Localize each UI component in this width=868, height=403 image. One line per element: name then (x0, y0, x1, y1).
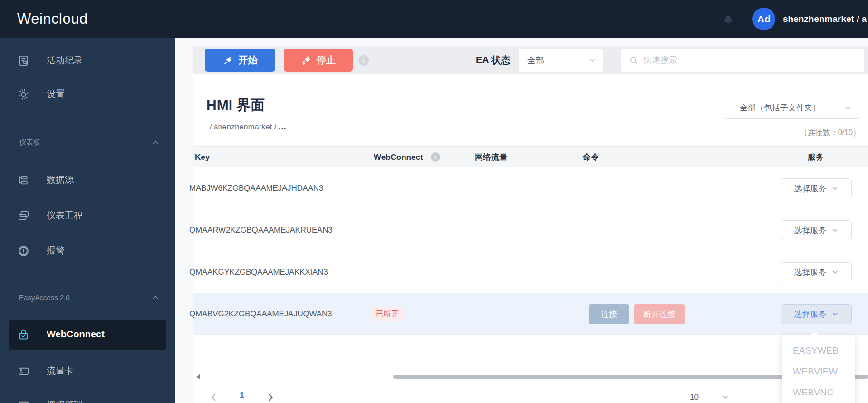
folder-filter-value: 全部（包括子文件夹） (740, 102, 820, 113)
search-input[interactable] (643, 55, 852, 65)
sidebar-item-activity-log[interactable]: 活动纪录 (0, 49, 175, 71)
chevron-down-icon (831, 268, 839, 276)
section-label: EasyAccess 2.0 (19, 294, 70, 302)
toolbar-info-icon[interactable]: i (358, 55, 369, 66)
table-row: QMAARW2KZGBQAAAMEJAKRUEAN3 选择服务 (193, 209, 868, 251)
topbar: Weincloud Ad shenzhenmarket / a (0, 0, 868, 38)
page-title: HMI 界面 (206, 96, 265, 115)
column-webconnect: WebConnect (374, 147, 423, 168)
chevron-down-icon (844, 104, 852, 112)
sidebar-item-data-card[interactable]: 流量卡 (0, 360, 175, 382)
weincloud-app: Weincloud Ad shenzhenmarket / a 活动纪录 (0, 0, 868, 403)
ea-status-value: 全部 (527, 55, 544, 66)
chevron-up-icon[interactable] (151, 293, 160, 302)
select-service-button[interactable]: 选择服务 (781, 220, 852, 240)
sidebar-item-settings[interactable]: 设置 (0, 83, 175, 105)
hmi-key: QMAAKGYKZGBQAAAMEJAKKXIAN3 (193, 251, 328, 293)
chevron-down-icon (831, 185, 839, 192)
menu-item-easyweb[interactable]: EASYWEB (793, 343, 839, 359)
alarm-icon (17, 245, 30, 257)
disconnect-button[interactable]: 断开连接 (634, 304, 685, 324)
service-dropdown-menu: EASYWEB WEBVIEW WEBVNC (782, 335, 855, 403)
search-icon (629, 56, 638, 65)
notification-bell-icon[interactable] (722, 12, 735, 26)
pagination-next-icon[interactable] (265, 392, 276, 403)
sidebar-item-dashboard-project[interactable]: 仪表工程 (0, 205, 175, 226)
clipboard-search-icon (17, 54, 30, 67)
page-size-value: 10 (690, 393, 699, 402)
gear-icon (17, 88, 30, 101)
sidebar-item-label: 仪表工程 (47, 209, 83, 222)
folder-filter-select[interactable]: 全部（包括子文件夹） (724, 97, 860, 119)
select-service-button-open[interactable]: 选择服务 (781, 304, 852, 324)
datasource-tree-icon (17, 174, 30, 187)
select-service-label: 选择服务 (794, 183, 827, 194)
page-size-select[interactable]: 10 (681, 388, 736, 403)
start-button-label: 开始 (239, 54, 258, 67)
sidebar-item-label: 活动纪录 (47, 54, 83, 67)
pagination-prev-icon[interactable] (208, 392, 220, 403)
chevron-up-icon[interactable] (151, 138, 160, 147)
chevron-down-icon (588, 56, 597, 65)
column-network-traffic: 网络流量 (475, 147, 507, 168)
breadcrumb: / shenzhenmarket / ... (210, 122, 287, 131)
sidebar-section-dashboard[interactable]: 仪表板 (19, 136, 156, 149)
status-badge-disconnected: 已断开 (371, 307, 404, 321)
select-service-button[interactable]: 选择服务 (781, 178, 852, 198)
table-row: QMAAKGYKZGBQAAAMEJAKKXIAN3 选择服务 (193, 251, 868, 293)
sidebar-item-datasource[interactable]: 数据源 (0, 169, 175, 191)
table-bottom-border (193, 335, 868, 335)
menu-item-webvnc[interactable]: WEBVNC (793, 384, 833, 401)
sidebar-item-alarm[interactable]: 报警 (0, 240, 175, 262)
pagination-page-1[interactable]: 1 (236, 391, 248, 401)
menu-item-webview[interactable]: WEBVIEW (793, 364, 838, 380)
weincloud-logo: Weincloud (17, 0, 88, 38)
chevron-down-icon (831, 226, 839, 234)
user-avatar[interactable]: Ad (752, 8, 775, 30)
data-card-icon (17, 365, 30, 378)
sidebar: 活动纪录 设置 仪表板 (0, 38, 175, 403)
start-button[interactable]: 开始 (205, 49, 275, 72)
sidebar-item-label: 设置 (47, 88, 65, 100)
ea-status-label: EA 状态 (476, 46, 511, 74)
content-panel: 开始 停止 i EA 状态 全部 (193, 46, 868, 403)
sidebar-item-label: 授权管理 (47, 399, 83, 403)
table-header: Key WebConnect i 网络流量 命令 服务 (193, 146, 868, 167)
plug-disconnect-icon (301, 55, 311, 66)
connection-count: （连接数：0/10） (800, 128, 860, 138)
column-service: 服务 (808, 147, 824, 168)
ea-status-select[interactable]: 全部 (519, 49, 603, 72)
hmi-key: QMAARW2KZGBQAAAMEJAKRUEAN3 (193, 209, 333, 251)
plug-connect-icon (223, 55, 233, 66)
section-label: 仪表板 (19, 138, 40, 147)
sidebar-divider (19, 275, 156, 275)
quick-search (621, 49, 864, 72)
hmi-key: MABJW6KZGBQAAAMEJAJHDAAN3 (193, 167, 323, 209)
sidebar-item-label: 数据源 (47, 174, 74, 186)
sidebar-item-webconnect[interactable]: WebConnect (9, 320, 166, 350)
sidebar-section-easyaccess[interactable]: EasyAccess 2.0 (19, 291, 156, 304)
connect-button[interactable]: 连接 (589, 304, 629, 324)
sidebar-item-label: 流量卡 (47, 365, 74, 377)
column-key: Key (195, 147, 210, 168)
select-service-label: 选择服务 (794, 225, 827, 236)
select-service-label: 选择服务 (794, 267, 827, 278)
card-icon (17, 399, 30, 403)
account-name[interactable]: shenzhenmarket / a (783, 0, 868, 38)
breadcrumb-more[interactable]: ... (279, 122, 287, 131)
chevron-down-icon (722, 393, 729, 401)
chevron-down-icon (831, 310, 839, 318)
select-service-label: 选择服务 (794, 309, 827, 320)
breadcrumb-path[interactable]: / shenzhenmarket / (210, 122, 276, 131)
lock-check-icon (17, 328, 30, 341)
stop-button[interactable]: 停止 (284, 49, 353, 72)
scroll-left-arrow-icon[interactable] (195, 373, 202, 381)
table-row: MABJW6KZGBQAAAMEJAJHDAAN3 选择服务 (193, 167, 868, 209)
select-service-button[interactable]: 选择服务 (781, 262, 852, 282)
dashboard-cards-icon (17, 209, 30, 222)
webconnect-info-icon[interactable]: i (431, 152, 440, 162)
column-command: 命令 (583, 147, 599, 168)
stop-button-label: 停止 (317, 54, 336, 67)
table-row-selected: QMABVG2KZGBQAAAMEJAJUQWAN3 已断开 连接 断开连接 选… (193, 293, 868, 335)
sidebar-item-license-management[interactable]: 授权管理 (0, 394, 175, 403)
